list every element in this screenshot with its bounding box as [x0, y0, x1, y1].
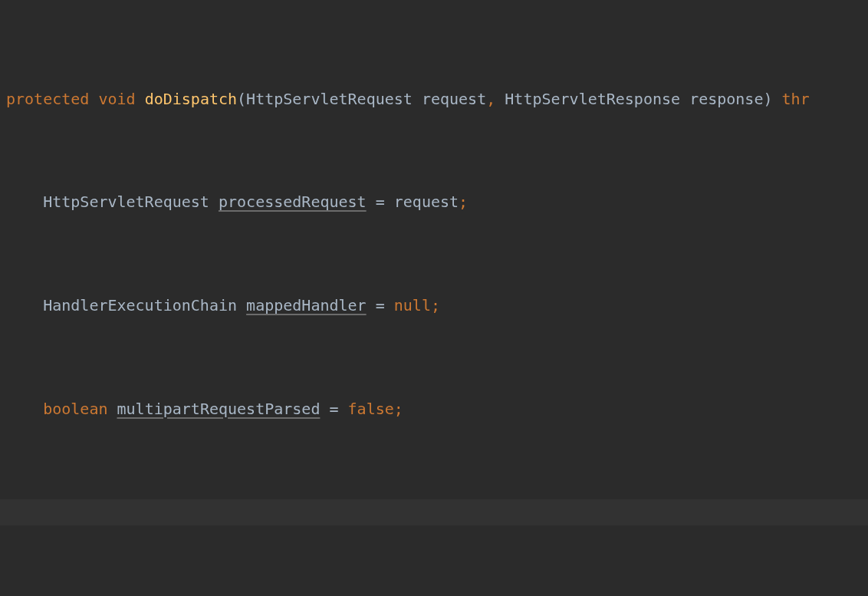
current-line-highlight: [0, 499, 868, 525]
param-name: response: [689, 90, 763, 108]
code-line[interactable]: HttpServletRequest processedRequest = re…: [0, 189, 868, 216]
var-ref: request: [394, 193, 459, 211]
code-line[interactable]: HandlerExecutionChain mappedHandler = nu…: [0, 293, 868, 319]
var-name: processedRequest: [219, 193, 367, 211]
param-type: HttpServletRequest: [246, 90, 413, 108]
code-line[interactable]: protected void doDispatch(HttpServletReq…: [0, 87, 868, 113]
kw-null: null: [394, 296, 431, 314]
code-line-current[interactable]: [0, 499, 868, 525]
var-name: mappedHandler: [246, 296, 367, 314]
kw-void: void: [98, 90, 135, 108]
code-line[interactable]: boolean multipartRequestParsed = false;: [0, 397, 868, 423]
op: =: [329, 400, 338, 418]
param-name: request: [422, 90, 486, 108]
op: =: [376, 296, 385, 314]
method-name: doDispatch: [145, 90, 237, 108]
var-name: multipartRequestParsed: [117, 400, 321, 418]
var-type: HandlerExecutionChain: [43, 296, 237, 314]
kw-throws: thr: [782, 90, 810, 108]
code-editor[interactable]: protected void doDispatch(HttpServletReq…: [0, 0, 868, 596]
var-type: boolean: [43, 400, 107, 418]
param-type: HttpServletResponse: [505, 90, 680, 108]
op: =: [376, 193, 385, 211]
kw-false: false: [348, 400, 394, 418]
var-type: HttpServletRequest: [43, 193, 209, 211]
kw-protected: protected: [6, 90, 89, 108]
